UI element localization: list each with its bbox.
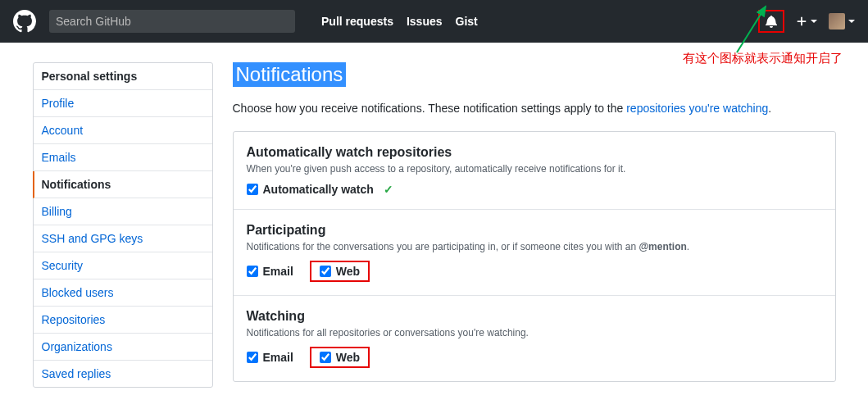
sidebar-item-account[interactable]: Account xyxy=(34,117,212,144)
sidebar-item-notifications: Notifications xyxy=(33,171,212,198)
notifications-highlight-box xyxy=(758,10,784,33)
create-new-dropdown[interactable] xyxy=(796,16,817,27)
watching-web-text: Web xyxy=(336,351,360,364)
watching-web-checkbox[interactable] xyxy=(320,352,331,363)
main-content: Notifications Choose how you receive not… xyxy=(233,62,836,388)
participating-web-checkbox[interactable] xyxy=(320,266,331,277)
sidebar-item-saved-replies[interactable]: Saved replies xyxy=(34,361,212,387)
search-input[interactable] xyxy=(49,10,295,33)
watching-desc: Notifications for all repositories or co… xyxy=(247,327,822,338)
annotation-text: 有这个图标就表示通知开启了 xyxy=(683,51,843,66)
participating-desc-mention: @mention xyxy=(639,241,686,252)
sidebar-item-repositories[interactable]: Repositories xyxy=(34,307,212,334)
auto-watch-checkbox-text: Automatically watch xyxy=(263,183,374,196)
container: 有这个图标就表示通知开启了 Personal settings Profile … xyxy=(20,62,849,388)
participating-email-label[interactable]: Email xyxy=(247,265,293,278)
nav-links: Pull requests Issues Gist xyxy=(321,15,478,28)
sidebar-item-organizations[interactable]: Organizations xyxy=(34,334,212,361)
participating-desc-before: Notifications for the conversations you … xyxy=(247,241,639,252)
participating-title: Participating xyxy=(247,223,822,238)
watching-section: Watching Notifications for all repositor… xyxy=(234,296,835,381)
notifications-box: Automatically watch repositories When yo… xyxy=(233,131,836,382)
watching-check-row: Email Web xyxy=(247,347,822,368)
participating-desc: Notifications for the conversations you … xyxy=(247,241,822,252)
nav-issues[interactable]: Issues xyxy=(407,15,443,28)
auto-watch-checkbox[interactable] xyxy=(247,184,258,195)
participating-desc-after: . xyxy=(687,241,689,252)
watching-email-checkbox[interactable] xyxy=(247,352,258,363)
participating-web-label[interactable]: Web xyxy=(320,265,360,278)
sidebar-item-security[interactable]: Security xyxy=(34,252,212,279)
page-title: Notifications xyxy=(233,62,347,87)
auto-watch-check-row: Automatically watch ✓ xyxy=(247,183,822,196)
nav-pull-requests[interactable]: Pull requests xyxy=(321,15,393,28)
participating-email-text: Email xyxy=(263,265,293,278)
caret-down-icon xyxy=(848,20,855,23)
user-menu[interactable] xyxy=(829,13,855,30)
subhead-after: . xyxy=(768,102,771,115)
watching-web-highlight-box: Web xyxy=(310,347,370,368)
participating-web-text: Web xyxy=(336,265,360,278)
menu-heading: Personal settings xyxy=(34,63,212,90)
watching-web-label[interactable]: Web xyxy=(320,351,360,364)
subhead: Choose how you receive notifications. Th… xyxy=(233,102,836,115)
watching-email-text: Email xyxy=(263,351,293,364)
topbar: Pull requests Issues Gist xyxy=(0,0,868,43)
subhead-text: Choose how you receive notifications. Th… xyxy=(233,102,627,115)
auto-watch-section: Automatically watch repositories When yo… xyxy=(234,132,835,210)
avatar xyxy=(829,13,845,30)
search-wrapper xyxy=(49,10,295,33)
participating-section: Participating Notifications for the conv… xyxy=(234,210,835,296)
checkmark-icon: ✓ xyxy=(384,183,393,196)
notifications-bell-icon[interactable] xyxy=(765,15,778,28)
participating-email-checkbox[interactable] xyxy=(247,266,258,277)
nav-gist[interactable]: Gist xyxy=(456,15,478,28)
participating-check-row: Email Web xyxy=(247,261,822,282)
watching-title: Watching xyxy=(247,309,822,324)
caret-down-icon xyxy=(811,20,817,23)
auto-watch-title: Automatically watch repositories xyxy=(247,145,822,160)
sidebar-item-profile[interactable]: Profile xyxy=(34,90,212,117)
sidebar-item-emails[interactable]: Emails xyxy=(34,144,212,171)
settings-menu: Personal settings Profile Account Emails… xyxy=(33,62,213,388)
sidebar-item-ssh-gpg[interactable]: SSH and GPG keys xyxy=(34,225,212,252)
topbar-right xyxy=(758,10,855,33)
sidebar: Personal settings Profile Account Emails… xyxy=(33,62,213,388)
github-logo[interactable] xyxy=(13,10,36,33)
watching-email-label[interactable]: Email xyxy=(247,351,293,364)
auto-watch-desc: When you're given push access to a repos… xyxy=(247,163,822,175)
sidebar-item-billing[interactable]: Billing xyxy=(34,198,212,225)
sidebar-item-blocked-users[interactable]: Blocked users xyxy=(34,279,212,307)
watching-repos-link[interactable]: repositories you're watching xyxy=(626,102,768,115)
auto-watch-checkbox-label[interactable]: Automatically watch ✓ xyxy=(247,183,393,196)
participating-web-highlight-box: Web xyxy=(310,261,370,282)
